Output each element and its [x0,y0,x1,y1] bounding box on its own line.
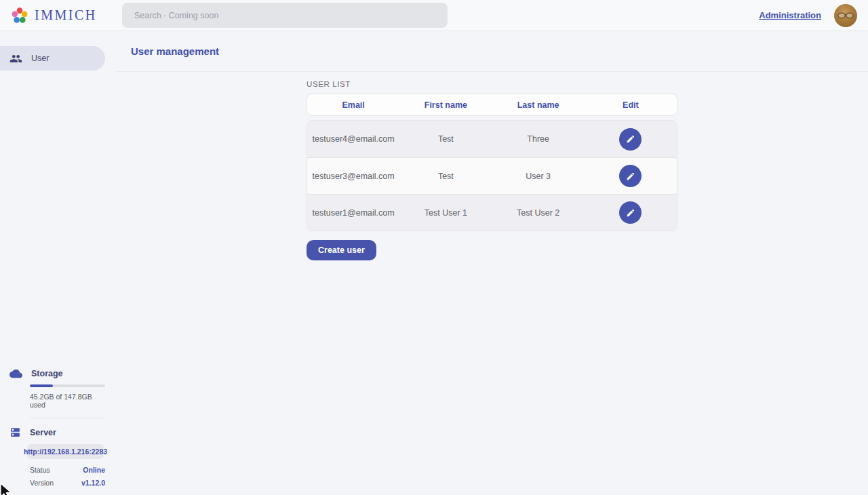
user-list-label: USER LIST [307,80,677,88]
user-first-name: Test [399,172,492,181]
page-title-row: User management [116,31,868,72]
pencil-icon [626,172,635,181]
app-body: User Storage 45.2GB of 147.8GB used Serv… [0,31,868,495]
administration-link[interactable]: Administration [759,10,821,20]
sidebar-divider [30,418,105,418]
cloud-icon [9,369,22,378]
edit-user-button[interactable] [619,201,642,224]
app-name: IMMICH [35,7,97,23]
sidebar-item-user-label: User [31,54,49,63]
column-header-first-name: First name [399,100,492,110]
server-section-header: Server [0,427,116,438]
status-value: Online [83,466,105,474]
page-title: User management [131,45,219,57]
table-body: testuser4@email.com Test Three testuser3… [307,120,677,231]
users-group-icon [9,52,22,65]
server-title: Server [30,428,56,437]
mouse-cursor-icon [0,483,13,495]
user-last-name: Three [492,134,585,144]
user-list-section: USER LIST Email First name Last name Edi… [307,72,677,260]
table-row: testuser4@email.com Test Three [307,121,677,157]
app-logo[interactable]: IMMICH [11,7,97,24]
main-panel: User management USER LIST Email First na… [116,31,868,495]
table-row: testuser1@email.com Test User 1 Test Use… [307,194,677,231]
user-email: testuser3@email.com [307,172,399,181]
pencil-icon [626,208,635,218]
user-last-name: User 3 [492,172,585,181]
edit-user-button[interactable] [619,128,642,151]
user-first-name: Test User 1 [399,208,492,218]
sidebar-item-user[interactable]: User [0,46,105,71]
user-first-name: Test [399,134,492,144]
pencil-icon [626,134,635,144]
user-avatar[interactable] [834,4,857,27]
user-email: testuser4@email.com [307,134,399,144]
user-last-name: Test User 2 [492,208,585,218]
sidebar: User Storage 45.2GB of 147.8GB used Serv… [0,31,116,495]
edit-cell [585,128,677,151]
create-user-button[interactable]: Create user [307,240,376,260]
edit-user-button[interactable] [619,165,642,187]
server-url: http://192.168.1.216:2283 [27,444,104,459]
immich-flower-icon [11,7,28,24]
header-right: Administration [759,4,857,27]
storage-progress-track [30,384,105,387]
column-header-edit: Edit [585,100,677,110]
edit-cell [585,201,677,224]
storage-section-header: Storage [0,369,116,378]
sidebar-footer: Storage 45.2GB of 147.8GB used Server ht… [0,369,116,487]
table-header-row: Email First name Last name Edit [307,94,677,116]
app-header: IMMICH Administration [0,0,868,31]
version-label: Version [30,479,54,487]
glasses-icon [837,11,854,20]
storage-progress-fill [30,384,53,387]
version-value: v1.12.0 [81,479,105,487]
table-row: testuser3@email.com Test User 3 [307,157,677,194]
server-version-row: Version v1.12.0 [30,479,105,487]
column-header-email: Email [307,100,399,110]
server-status-row: Status Online [30,466,105,474]
edit-cell [585,165,677,187]
storage-title: Storage [31,369,63,378]
storage-usage-text: 45.2GB of 147.8GB used [30,393,105,409]
user-email: testuser1@email.com [307,208,399,218]
status-label: Status [30,466,50,474]
server-icon [9,427,21,438]
search-input[interactable] [122,3,448,28]
column-header-last-name: Last name [492,100,585,110]
